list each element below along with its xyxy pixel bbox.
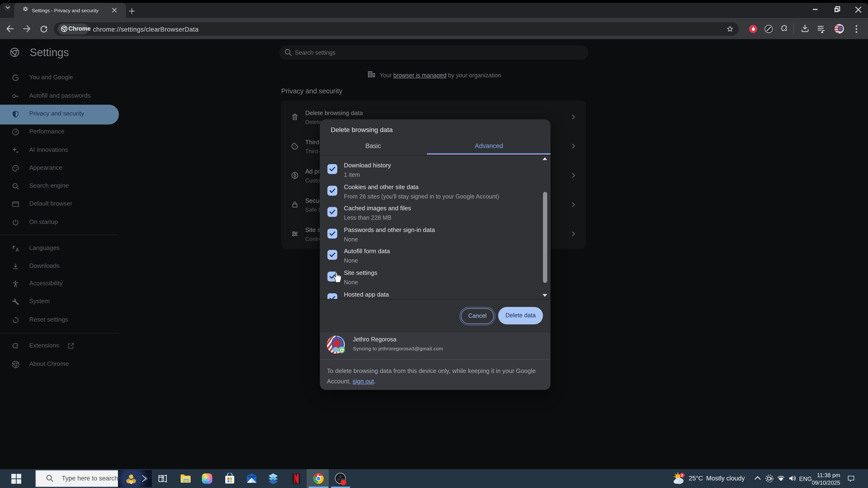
svg-text:2: 2: [681, 474, 683, 477]
